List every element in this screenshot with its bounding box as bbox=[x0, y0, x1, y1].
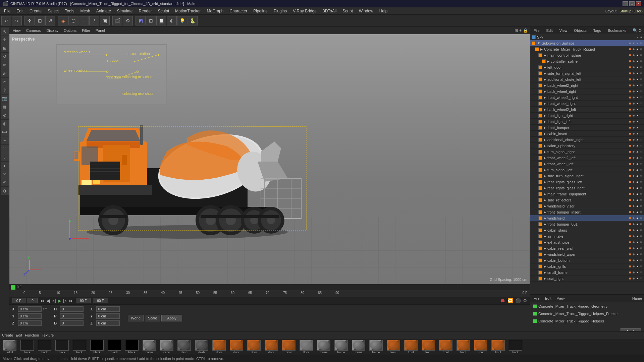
menu-mograph[interactable]: MoGraph bbox=[204, 8, 226, 14]
render-button[interactable]: 🎬 bbox=[112, 16, 122, 25]
obj-row-turn_signal_left[interactable]: ▶ turn_signal_left ◼ ◆ ▲ ✕ bbox=[530, 167, 644, 173]
obj-row-cabin_grills[interactable]: ▶ cabin_grills ◼ ◆ ▲ ✕ bbox=[530, 263, 644, 269]
prop-file[interactable]: File bbox=[532, 296, 541, 301]
rigging-tool[interactable]: ⬧ bbox=[1, 162, 9, 170]
move-tool-button[interactable]: ✛ bbox=[24, 16, 35, 25]
mat-item-27[interactable]: front bbox=[472, 340, 489, 354]
spline-tool[interactable]: ～ bbox=[1, 136, 9, 144]
rot-p-field[interactable] bbox=[60, 313, 84, 319]
menu-character[interactable]: Character bbox=[227, 8, 250, 14]
rpanel-file[interactable]: File bbox=[532, 28, 541, 33]
viewport-lock-icon[interactable]: 🔒 bbox=[523, 28, 528, 33]
maximize-button[interactable]: □ bbox=[629, 1, 635, 6]
python-button[interactable]: 🐍 bbox=[187, 16, 198, 25]
perspective-button[interactable]: ◩ bbox=[136, 16, 146, 25]
obj-row-small_frame[interactable]: ▶ small_frame ◼ ◆ ▲ ✕ bbox=[530, 269, 644, 276]
obj-row-back_wheel2_left[interactable]: ▶ back_wheel2_left ◼ ◆ ▲ ✕ bbox=[530, 107, 644, 113]
mat-item-26[interactable]: front bbox=[455, 340, 472, 354]
mat-menu-function[interactable]: Function bbox=[25, 333, 39, 337]
obj-row-windshield[interactable]: ▶ windshield ◼ ◆ ▲ ✕ bbox=[530, 215, 644, 221]
prop-edit[interactable]: Edit bbox=[544, 296, 553, 301]
obj-row-front_light_right[interactable]: ▶ front_light_right ◼ ◆ ▲ ✕ bbox=[530, 113, 644, 119]
mat-item-3[interactable]: back bbox=[54, 340, 70, 354]
camera-tool[interactable]: 📷 bbox=[1, 95, 9, 103]
play-button[interactable]: ▶ bbox=[58, 298, 61, 303]
mat-item-24[interactable]: front bbox=[420, 340, 437, 354]
obj-row-additional_chute_left[interactable]: ▶ additional_chute_left ◼ ◆ ▲ ✕ bbox=[530, 76, 644, 82]
menu-animate[interactable]: Animate bbox=[94, 8, 114, 14]
obj-row-front_wheel2_right[interactable]: ▶ front_wheel2_right ◼ ◆ ▲ ✕ bbox=[530, 95, 644, 101]
vp-menu-display[interactable]: Display bbox=[45, 28, 60, 33]
obj-row-front_wheel_left[interactable]: ▶ front_wheel_left ◼ ◆ ▲ ✕ bbox=[530, 161, 644, 167]
timeline-ruler[interactable]: 0 5 10 15 20 25 30 35 40 45 50 55 60 65 … bbox=[9, 290, 530, 297]
obj-row-windshield_wiper[interactable]: ▶ windshield_wiper ◼ ◆ ▲ ✕ bbox=[530, 251, 644, 257]
rpanel-edit[interactable]: Edit bbox=[545, 28, 554, 33]
size-y-field[interactable] bbox=[96, 313, 120, 319]
obj-row-subdiv[interactable]: ▼ Subdivision Surface ◼ ◼ ▲ ✕ bbox=[530, 40, 644, 46]
pen-tool[interactable]: 🖊 bbox=[1, 69, 9, 77]
prop-row-1[interactable]: Concrete_Mixer_Truck_Rigged_Geometry bbox=[533, 303, 641, 309]
pos-z-field[interactable] bbox=[18, 320, 42, 326]
mat-item-2[interactable]: back bbox=[36, 340, 53, 354]
rpanel-bookmarks[interactable]: Bookmarks bbox=[606, 28, 628, 33]
pos-y-field[interactable] bbox=[18, 313, 42, 319]
frame-position-field[interactable] bbox=[28, 298, 38, 303]
sketch-tool[interactable]: ✐ bbox=[1, 178, 9, 186]
simulate-tool[interactable]: ≋ bbox=[1, 170, 9, 178]
mat-item-16[interactable]: door bbox=[280, 340, 297, 354]
obj-row-back_wheel_right[interactable]: ▶ back_wheel_right ◼ ◆ ▲ ✕ bbox=[530, 88, 644, 95]
prop-row-3[interactable]: Concrete_Mixer_Truck_Rigged_Helpers bbox=[533, 318, 641, 324]
size-z-field[interactable] bbox=[96, 320, 120, 326]
menu-file[interactable]: File bbox=[1, 8, 13, 14]
size-x-field[interactable] bbox=[96, 306, 120, 312]
menu-3dtoall[interactable]: 3DToAll bbox=[320, 8, 339, 14]
deform-tool[interactable]: ⌒ bbox=[1, 145, 9, 153]
mat-item-1[interactable]: back bbox=[19, 340, 36, 354]
obj-row-front_wheel2_left[interactable]: ▶ front_wheel2_left ◼ ◆ ▲ ✕ bbox=[530, 155, 644, 161]
scale-tool[interactable]: ⊞ bbox=[1, 44, 9, 52]
obj-row-turn_signal_right[interactable]: ▶ turn_signal_right ◼ ◆ ▲ ✕ bbox=[530, 149, 644, 155]
prev-keyframe-button[interactable]: ⏮ bbox=[40, 298, 44, 303]
mat-item-0[interactable]: addit bbox=[1, 340, 18, 354]
menu-help[interactable]: Help bbox=[377, 8, 390, 14]
mat-menu-texture[interactable]: Texture bbox=[42, 333, 54, 337]
obj-row-front_light_left[interactable]: ▶ front_light_left ◼ ◆ ▲ ✕ bbox=[530, 119, 644, 125]
mat-item-9[interactable]: cabir bbox=[158, 340, 175, 354]
edge-mode-button[interactable]: / bbox=[89, 16, 99, 25]
frame-start-field[interactable] bbox=[12, 298, 25, 303]
menu-simulate[interactable]: Simulate bbox=[114, 8, 136, 14]
rot-b-field[interactable] bbox=[60, 320, 84, 326]
menu-motion-tracker[interactable]: MotionTracker bbox=[172, 8, 203, 14]
mat-item-5[interactable]: black bbox=[89, 340, 105, 354]
viewport-maximize-icon[interactable]: ⊞ bbox=[515, 28, 518, 33]
snap-button[interactable]: 🔲 bbox=[156, 16, 166, 25]
vp-menu-cameras[interactable]: Cameras bbox=[25, 28, 43, 33]
mat-item-22[interactable]: front bbox=[385, 340, 402, 354]
scale-mode-button[interactable]: Scale bbox=[145, 315, 160, 321]
vp-menu-filter[interactable]: Filter bbox=[80, 28, 91, 33]
obj-row-side_reflectors[interactable]: ▶ side_reflectors ◼ ◆ ▲ ✕ bbox=[530, 197, 644, 203]
rot-h-field[interactable] bbox=[60, 306, 84, 312]
extrude-tool[interactable]: ⇧ bbox=[1, 86, 9, 94]
render-settings-button[interactable]: ⚙ bbox=[123, 16, 133, 25]
prop-view[interactable]: View bbox=[555, 296, 566, 301]
rpanel-search-icon[interactable]: 🔍 bbox=[633, 28, 638, 33]
menu-script[interactable]: Script bbox=[340, 8, 356, 14]
world-mode-button[interactable]: World bbox=[128, 315, 144, 321]
prop-row-2[interactable]: Concrete_Mixer_Truck_Rigged_Helpers_Free… bbox=[533, 311, 641, 317]
menu-vray[interactable]: V-Ray Bridge bbox=[290, 8, 319, 14]
mat-item-4[interactable]: back bbox=[71, 340, 88, 354]
mat-item-23[interactable]: front bbox=[402, 340, 419, 354]
mat-item-28[interactable]: front bbox=[490, 340, 506, 354]
joint-tool[interactable]: ⬦ bbox=[1, 153, 9, 161]
vp-menu-options[interactable]: Options bbox=[62, 28, 78, 33]
obj-row-windshield_visor[interactable]: ▶ windshield_visor ◼ ◆ ▲ ✕ bbox=[530, 203, 644, 209]
obj-row-main_controll_spline[interactable]: ▶ main_controll_spline ◼ ◆ ▲ ✕ bbox=[530, 52, 644, 58]
shading-tool[interactable]: ◑ bbox=[1, 187, 9, 195]
menu-select[interactable]: Select bbox=[45, 8, 61, 14]
obj-row-Concrete_Mixer_Truck_Rigged[interactable]: ▶ Concrete_Mixer_Truck_Rigged ◼ ◆ ▲ ✕ bbox=[530, 46, 644, 52]
menu-tools[interactable]: Tools bbox=[62, 8, 77, 14]
step-fwd-button[interactable]: ▷ bbox=[63, 298, 67, 303]
paint-tool[interactable]: ✏ bbox=[1, 61, 9, 69]
obj-row-front_wheel_right[interactable]: ▶ front_wheel_right ◼ ◆ ▲ ✕ bbox=[530, 101, 644, 107]
